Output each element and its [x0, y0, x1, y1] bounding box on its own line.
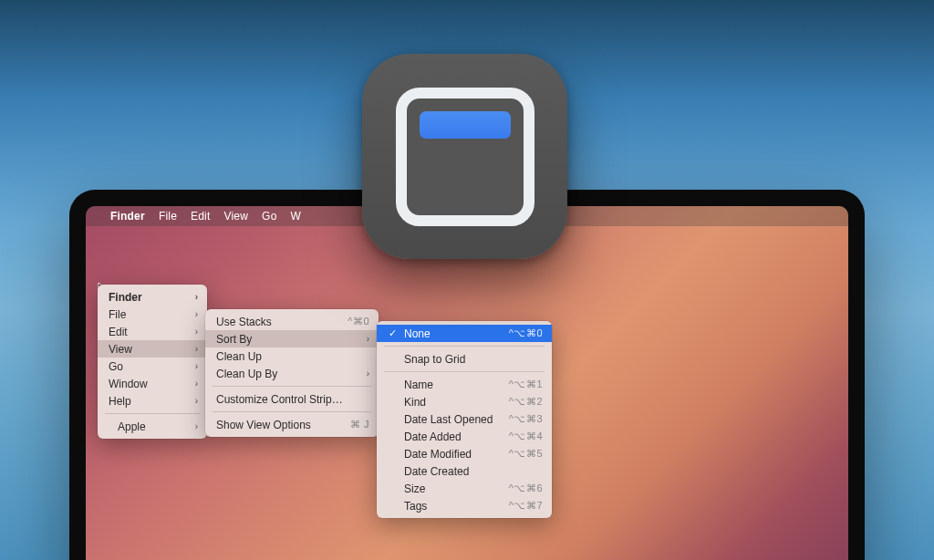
keyboard-shortcut: ^⌥⌘0: [509, 327, 543, 339]
app-icon-blue-bar: [420, 111, 511, 139]
menubar-item-file[interactable]: File: [159, 210, 177, 223]
keyboard-shortcut: ⌘ J: [350, 419, 369, 430]
keyboard-shortcut: ^⌥⌘6: [509, 482, 543, 494]
checkmark-icon: ✓: [388, 327, 397, 339]
menu-item-sort-by[interactable]: Sort By›: [205, 330, 379, 347]
keyboard-shortcut: ^⌥⌘1: [509, 379, 543, 390]
menubar-item-edit[interactable]: Edit: [191, 210, 210, 223]
menu-item-snap-to-grid[interactable]: Snap to Grid: [377, 350, 552, 368]
menu-item-sort-kind[interactable]: Kind ^⌥⌘2: [377, 393, 552, 410]
chevron-right-icon: ›: [195, 292, 198, 302]
app-icon: [362, 54, 567, 259]
menu-separator: [105, 413, 200, 414]
keyboard-shortcut: ^⌥⌘5: [509, 448, 543, 460]
menu-item-apple[interactable]: Apple›: [98, 418, 207, 435]
menu-item-sort-none[interactable]: ✓ None ^⌥⌘0: [377, 325, 552, 342]
menu-item-sort-date-modified[interactable]: Date Modified ^⌥⌘5: [377, 445, 552, 462]
chevron-right-icon: ›: [367, 368, 369, 379]
menu-item-sort-date-added[interactable]: Date Added ^⌥⌘4: [377, 428, 552, 445]
menubar-item-truncated[interactable]: W: [291, 210, 302, 223]
chevron-right-icon: ›: [195, 344, 198, 354]
keyboard-shortcut: ^⌥⌘3: [509, 413, 543, 425]
menu-view: Use Stacks ^⌘0 Sort By› Clean Up Clean U…: [205, 309, 379, 437]
app-icon-inner-frame: [396, 88, 534, 226]
menubar-item-go[interactable]: Go: [262, 210, 276, 223]
keyboard-shortcut: ^⌘0: [348, 316, 369, 327]
keyboard-shortcut: ^⌥⌘2: [509, 396, 543, 408]
menu-item-show-view-options[interactable]: Show View Options ⌘ J: [205, 416, 379, 433]
menu-item-clean-up-by[interactable]: Clean Up By›: [205, 365, 379, 382]
menubar-item-finder[interactable]: Finder: [110, 210, 145, 223]
menu-separator: [384, 346, 545, 347]
menu-separator: [384, 371, 545, 372]
menu-item-view[interactable]: View›: [98, 340, 207, 358]
chevron-right-icon: ›: [195, 379, 198, 389]
menu-item-sort-date-created[interactable]: Date Created: [377, 462, 552, 480]
menu-item-window[interactable]: Window›: [98, 375, 207, 392]
menu-item-sort-size[interactable]: Size ^⌥⌘6: [377, 480, 552, 497]
keyboard-shortcut: ^⌥⌘7: [509, 500, 543, 512]
menu-item-sort-tags[interactable]: Tags ^⌥⌘7: [377, 497, 552, 514]
menu-item-use-stacks[interactable]: Use Stacks ^⌘0: [205, 313, 379, 330]
keyboard-shortcut: ^⌥⌘4: [509, 430, 543, 442]
chevron-right-icon: ›: [195, 421, 198, 431]
menubar-item-view[interactable]: View: [224, 210, 249, 223]
chevron-right-icon: ›: [195, 361, 198, 371]
chevron-right-icon: ›: [195, 327, 198, 337]
chevron-right-icon: ›: [195, 309, 198, 319]
menu-item-sort-date-last-opened[interactable]: Date Last Opened ^⌥⌘3: [377, 410, 552, 428]
menu-separator: [213, 386, 371, 387]
menu-item-finder[interactable]: Finder›: [98, 288, 207, 306]
menu-item-sort-name[interactable]: Name ^⌥⌘1: [377, 376, 552, 393]
menu-main: Finder› File› Edit› View› Go› Window› He…: [98, 285, 207, 439]
menu-item-help[interactable]: Help›: [98, 392, 207, 410]
laptop-screen: Finder File Edit View Go W Finder› File›…: [86, 206, 848, 560]
menu-separator: [213, 411, 371, 412]
menu-item-clean-up[interactable]: Clean Up: [205, 347, 379, 365]
chevron-right-icon: ›: [195, 396, 198, 406]
menu-item-go[interactable]: Go›: [98, 358, 207, 375]
menu-item-file[interactable]: File›: [98, 306, 207, 323]
chevron-right-icon: ›: [367, 334, 369, 344]
menu-sort-by: ✓ None ^⌥⌘0 Snap to Grid Name ^⌥⌘1 Kind …: [377, 321, 552, 518]
menu-item-edit[interactable]: Edit›: [98, 323, 207, 340]
menu-item-customize-control-strip[interactable]: Customize Control Strip…: [205, 390, 379, 408]
